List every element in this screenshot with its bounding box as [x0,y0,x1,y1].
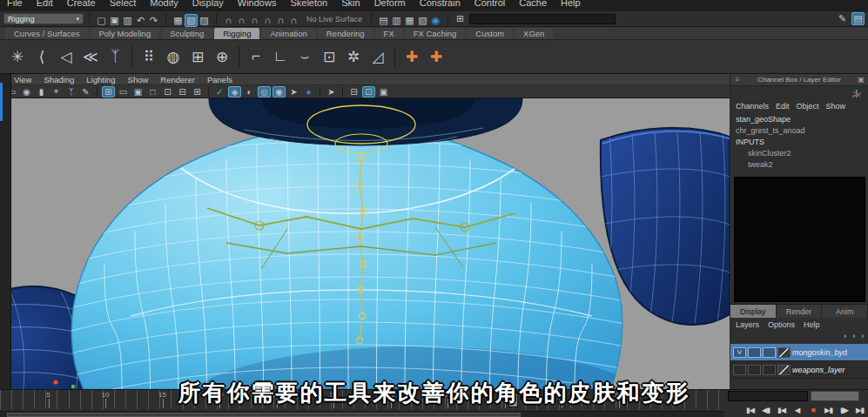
render-settings-icon[interactable]: ▧ [416,14,429,27]
use-all-lights-icon[interactable]: ◎ [258,86,271,98]
image-plane-icon[interactable]: ᛉ [64,86,77,98]
select-hierarchy-icon[interactable]: ▦ [172,14,185,27]
orient-constraint-icon[interactable]: ⌣ [294,45,315,68]
channel-box-empty-area[interactable] [734,177,865,302]
shelf-tab[interactable]: Rendering [318,28,373,39]
panel-menu-icon[interactable]: ≡ [733,76,742,84]
layer-toggle-icon[interactable]: ◑ [842,331,847,342]
layer-editor-tab[interactable]: Render [777,305,823,318]
snap-to-projected-center-icon[interactable]: ∩ [261,13,274,26]
shaded-mode-icon[interactable]: ◈ [228,86,241,98]
menu-item[interactable]: Skin [334,0,367,11]
viewport-menu[interactable]: Lighting [86,75,115,84]
shelf-tab[interactable]: Animation [261,28,315,39]
layer-playback-toggle[interactable] [748,365,761,375]
create-control-icon[interactable]: ✚ [401,45,422,68]
2d-pan-zoom-icon[interactable]: ✎ [79,86,92,98]
menu-item[interactable]: Cache [512,0,554,11]
gate-mask-icon[interactable]: ⊡ [161,86,174,98]
channel-box-menu[interactable]: Edit [776,102,790,111]
render-view-icon[interactable]: ▤ [377,14,390,27]
menu-item[interactable]: Control [468,0,512,11]
lock-camera-icon[interactable]: ◉ [20,86,33,98]
layer-color-swatch[interactable] [777,347,791,358]
snap-to-grid-icon[interactable]: ∩ [222,13,235,26]
safe-action-icon[interactable]: ⊞ [191,86,204,98]
channel-box-line[interactable]: skinCluster2 [730,148,868,159]
grease-pencil-icon[interactable]: ⊞ [102,86,115,98]
camera-attributes-icon[interactable]: ▮ [35,86,48,98]
humanik-icon[interactable]: ᛉ [104,45,125,68]
exposure-icon[interactable]: ▣ [377,86,390,98]
shelf-tab[interactable]: Sculpting [161,28,212,39]
film-gate-icon[interactable]: ▣ [131,86,145,98]
insert-joint-icon[interactable]: ≪ [80,45,101,68]
layer-visibility-toggle[interactable] [733,365,746,375]
menu-item[interactable]: Select [103,0,144,11]
layer-row[interactable]: Vmongoskin_byd [730,344,868,361]
shelf-tab[interactable]: FX Caching [405,28,466,39]
snap-to-curve-icon[interactable]: ∩ [235,13,248,26]
channel-box-menu[interactable]: Show [826,102,846,111]
range-slider-bar[interactable] [7,413,521,417]
menu-item[interactable]: Create [60,0,103,11]
shelf-tab[interactable]: Rigging [214,28,259,39]
layer-editor-menu[interactable]: Options [768,320,795,329]
menu-item[interactable]: Edit [30,0,60,11]
scale-constraint-icon[interactable]: ◿ [367,45,388,68]
pole-vector-constraint-icon[interactable]: ✲ [343,45,364,68]
paint-effects-icon[interactable]: ⊞ [454,12,467,25]
layer-editor-menu[interactable]: Help [804,320,820,329]
point-constraint-icon[interactable]: ∟ [270,45,291,68]
bind-skin-icon[interactable]: ◍ [163,45,184,68]
joint-tool-icon[interactable]: ✳ [7,45,28,68]
layer-playback-toggle[interactable] [748,347,761,358]
menu-item[interactable]: File [0,0,30,11]
channel-box-line[interactable]: stan_geoShape [730,114,868,125]
modeling-toolkit-icon[interactable]: ✎ [836,12,849,25]
isolate-select-icon[interactable]: ➤ [325,86,338,98]
layer-name[interactable]: mongoskin_byd [792,348,847,357]
make-live-icon[interactable]: ∩ [287,13,300,26]
channel-box-menu[interactable]: Object [797,102,819,111]
grid-toggle-icon[interactable]: ▭ [117,86,130,98]
menu-item[interactable]: Display [185,0,231,11]
layer-row[interactable]: weapons_layer [730,361,868,379]
layer-name[interactable]: weapons_layer [792,366,845,374]
interactive-bind-icon[interactable]: ⊕ [212,45,232,68]
ik-handle-tool-icon[interactable]: ⟨ [31,45,52,68]
range-slider[interactable] [0,411,724,417]
command-field[interactable] [469,14,616,24]
select-object-icon[interactable]: ▧ [185,14,198,27]
layer-editor-tab[interactable]: Anim [822,305,868,318]
create-control-curve-icon[interactable]: ✚ [426,45,447,68]
save-scene-icon[interactable]: ▥ [121,14,134,27]
channel-box-line[interactable]: INPUTS [730,137,868,148]
channel-box-menu[interactable]: Channels [736,102,769,111]
new-empty-layer-icon[interactable]: ◑ [851,331,856,342]
menu-item[interactable]: Constrain [413,0,468,11]
aim-constraint-icon[interactable]: ⊡ [319,45,340,68]
channel-box-toggle-icon[interactable]: ▤ [851,12,865,25]
menu-item[interactable]: Help [554,0,588,11]
layer-color-swatch[interactable] [777,365,791,375]
viewport-canvas[interactable] [0,98,730,389]
menu-item[interactable]: Windows [231,0,284,11]
xray-joints-icon[interactable]: ⊡ [362,86,375,98]
bookmark-icon[interactable]: ⌖ [50,86,63,98]
render-current-frame-icon[interactable]: ▥ [390,14,403,27]
screen-space-ao-icon[interactable]: ➤ [287,86,300,98]
new-layer-from-selected-icon[interactable]: ◑ [859,331,865,342]
motion-blur-icon[interactable]: ● [302,86,315,98]
shadows-icon[interactable]: ◉ [273,86,286,98]
field-chart-icon[interactable]: ⊟ [176,86,189,98]
undo-icon[interactable]: ↶ [134,14,147,27]
layer-display-type-toggle[interactable] [763,347,776,358]
menuset-dropdown[interactable]: Rigging ▾ [3,13,84,24]
shelf-tab[interactable]: Poly Modeling [91,28,160,39]
layer-display-type-toggle[interactable] [763,365,776,375]
channel-box-line[interactable]: chr_grest_ts_anoad [730,125,868,137]
shelf-tab[interactable]: Custom [467,28,513,39]
shelf-tab[interactable]: FX [375,28,403,39]
viewport-menu[interactable]: Renderer [160,75,195,84]
